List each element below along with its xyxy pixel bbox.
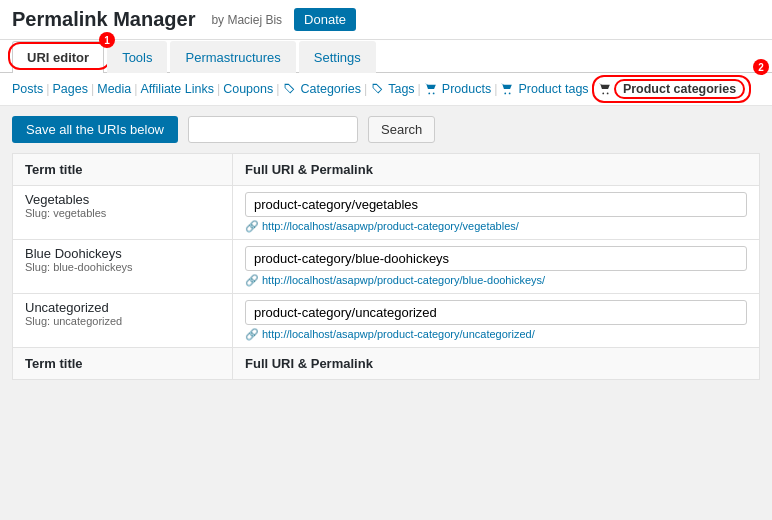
term-title: Blue Doohickeys [25, 246, 220, 261]
tab-uri-editor[interactable]: URI editor [12, 41, 104, 73]
subnav-product-categories[interactable]: Product categories [614, 79, 745, 99]
subnav-media[interactable]: Media [97, 82, 131, 96]
header: Permalink Manager by Maciej Bis Donate [0, 0, 772, 40]
link-icon: 🔗 [245, 274, 259, 286]
tag-icon-tags [370, 82, 384, 96]
subnav-posts[interactable]: Posts [12, 82, 43, 96]
col-term-title-header: Term title [13, 154, 233, 186]
term-title-cell: Blue Doohickeys Slug: blue-doohickeys [13, 240, 233, 294]
cart-icon-products [424, 82, 438, 96]
link-icon: 🔗 [245, 328, 259, 340]
donate-button[interactable]: Donate [294, 8, 356, 31]
term-title: Vegetables [25, 192, 220, 207]
subnav-tags[interactable]: Tags [388, 82, 414, 96]
tab-tools[interactable]: Tools [107, 41, 167, 73]
save-uris-button[interactable]: Save all the URIs below [12, 116, 178, 143]
page-wrapper: Permalink Manager by Maciej Bis Donate U… [0, 0, 772, 380]
svg-point-5 [607, 93, 609, 95]
tag-icon-categories [282, 82, 296, 96]
table-header-row: Term title Full URI & Permalink [13, 154, 760, 186]
svg-point-1 [433, 93, 435, 95]
term-slug: Slug: uncategorized [25, 315, 220, 327]
col-uri-footer: Full URI & Permalink [233, 348, 760, 380]
svg-point-3 [509, 93, 511, 95]
by-author: by Maciej Bis [211, 13, 282, 27]
annotation-badge-1: 1 [99, 32, 115, 48]
search-input[interactable] [188, 116, 358, 143]
uri-cell: 🔗http://localhost/asapwp/product-categor… [233, 186, 760, 240]
col-term-title-footer: Term title [13, 348, 233, 380]
term-slug: Slug: vegetables [25, 207, 220, 219]
table-row: Blue Doohickeys Slug: blue-doohickeys 🔗h… [13, 240, 760, 294]
subnav-coupons[interactable]: Coupons [223, 82, 273, 96]
permalink-link[interactable]: 🔗http://localhost/asapwp/product-categor… [245, 274, 747, 287]
tab-settings[interactable]: Settings [299, 41, 376, 73]
col-uri-header: Full URI & Permalink [233, 154, 760, 186]
cart-icon-product-tags [500, 82, 514, 96]
uri-input[interactable] [245, 192, 747, 217]
toolbar: Save all the URIs below Search [0, 106, 772, 153]
search-button[interactable]: Search [368, 116, 435, 143]
svg-point-4 [602, 93, 604, 95]
app-title: Permalink Manager [12, 8, 195, 31]
table-footer-row: Term title Full URI & Permalink [13, 348, 760, 380]
table-row: Vegetables Slug: vegetables 🔗http://loca… [13, 186, 760, 240]
svg-point-0 [428, 93, 430, 95]
cart-icon-product-categories [598, 82, 612, 96]
link-icon: 🔗 [245, 220, 259, 232]
subnav: Posts| Pages| Media| Affiliate Links| Co… [0, 73, 772, 106]
svg-point-2 [505, 93, 507, 95]
tabs-bar: URI editor 1 Tools Permastructures Setti… [0, 40, 772, 73]
product-categories-wrapper: Product categories 2 [598, 79, 745, 99]
permalink-link[interactable]: 🔗http://localhost/asapwp/product-categor… [245, 220, 747, 233]
annotation-badge-2: 2 [753, 59, 769, 75]
tab-uri-editor-wrapper: URI editor 1 [12, 40, 107, 72]
table-row: Uncategorized Slug: uncategorized 🔗http:… [13, 294, 760, 348]
uri-cell: 🔗http://localhost/asapwp/product-categor… [233, 240, 760, 294]
term-title-cell: Uncategorized Slug: uncategorized [13, 294, 233, 348]
permalink-link[interactable]: 🔗http://localhost/asapwp/product-categor… [245, 328, 747, 341]
tab-permastructures[interactable]: Permastructures [170, 41, 295, 73]
subnav-product-tags[interactable]: Product tags [518, 82, 588, 96]
uri-input[interactable] [245, 246, 747, 271]
subnav-products[interactable]: Products [442, 82, 491, 96]
subnav-pages[interactable]: Pages [53, 82, 88, 96]
term-title: Uncategorized [25, 300, 220, 315]
uri-input[interactable] [245, 300, 747, 325]
uri-cell: 🔗http://localhost/asapwp/product-categor… [233, 294, 760, 348]
term-slug: Slug: blue-doohickeys [25, 261, 220, 273]
uri-table: Term title Full URI & Permalink Vegetabl… [12, 153, 760, 380]
subnav-affiliate-links[interactable]: Affiliate Links [141, 82, 214, 96]
term-title-cell: Vegetables Slug: vegetables [13, 186, 233, 240]
subnav-categories[interactable]: Categories [300, 82, 360, 96]
